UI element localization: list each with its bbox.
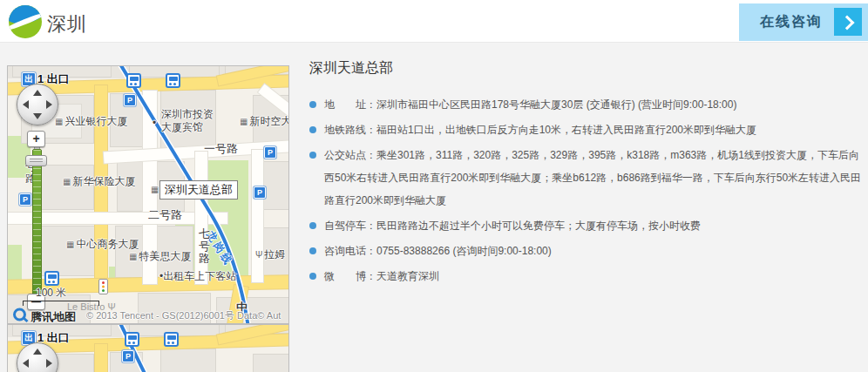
marker-tooltip-headquarters[interactable]: 深圳天道总部 — [159, 180, 238, 200]
poi-label-zhongxin: ▦中心商务大厦 — [66, 237, 139, 252]
tencent-map-brand[interactable]: 腾讯地图 — [31, 309, 76, 324]
tencent-map-logo-icon[interactable] — [11, 307, 29, 324]
road-label-one: 一号路 — [204, 141, 238, 157]
list-item-parking: 自驾停车：民田路路边不超过半个小时可以免费停车；大厦有停车场，按小时收费 — [309, 214, 862, 237]
building-icon: ▦ — [129, 252, 137, 261]
bus-stop-icon[interactable] — [166, 73, 180, 88]
building-icon: ▦ — [66, 240, 74, 249]
pan-right-arrow[interactable] — [46, 100, 52, 109]
city-title: 深圳 — [47, 11, 87, 37]
pan-right-arrow[interactable] — [46, 359, 52, 368]
bullet-icon — [309, 101, 316, 108]
map-pan-control[interactable] — [17, 84, 58, 125]
office-info-panel: 深圳天道总部 地 址：深圳市福田中心区民田路178号华融大厦30层 (交通银行)… — [309, 59, 862, 290]
bullet-icon — [309, 126, 316, 133]
zoom-slider-handle[interactable] — [25, 155, 47, 166]
pan-left-arrow[interactable] — [23, 359, 29, 368]
chevron-right-icon — [834, 8, 862, 36]
office-detail-list: 地 址：深圳市福田中心区民田路178号华融大厦30层 (交通银行) (营业时间9… — [309, 93, 862, 287]
list-item-bus: 公交站点：乘坐301路，311路，320路，325路，329路，395路，k31… — [309, 144, 862, 212]
poi-label-taxi: •出租车上下客站 — [159, 269, 236, 284]
road-label-two: 二号路 — [148, 207, 182, 223]
scale-bar — [23, 301, 99, 306]
bus-stop-icon[interactable] — [125, 332, 139, 347]
poi-label-xinshikong: ▦新时空大 — [240, 114, 289, 129]
list-item-address: 地 址：深圳市福田中心区民田路178号华融大厦30层 (交通银行) (营业时间9… — [309, 93, 862, 116]
pan-up-arrow[interactable] — [33, 348, 42, 355]
bullet-icon — [309, 273, 316, 280]
consult-button-label: 在线咨询 — [760, 13, 823, 31]
bullet-icon — [309, 222, 316, 229]
scale-label: 100 米 — [36, 286, 66, 301]
office-title: 深圳天道总部 — [309, 59, 862, 78]
building-icon: ▦ — [63, 177, 71, 186]
poi-label-temeisi: ▦特美思大厦 — [129, 249, 191, 264]
pan-left-arrow[interactable] — [23, 100, 29, 109]
restaurant-icon: Ψ — [255, 250, 262, 260]
parking-icon[interactable]: P — [122, 350, 134, 362]
parking-icon[interactable]: P — [19, 193, 31, 206]
parking-icon[interactable]: P — [124, 94, 136, 106]
poi-label-hotel: 深圳市投资大厦宾馆 — [161, 108, 214, 134]
list-item-phone: 咨询电话：0755-83888266 (咨询时间9:00-18:00) — [309, 240, 862, 262]
bullet-icon — [309, 247, 316, 254]
map-canvas-secondary[interactable]: 出 1 出口 P — [7, 324, 289, 372]
page-header: 深圳 在线咨询 — [0, 0, 868, 43]
traffic-light-icon — [98, 279, 108, 294]
site-logo-icon[interactable] — [9, 5, 42, 38]
zoom-in-button[interactable]: + — [27, 131, 45, 147]
list-item-metro: 地铁路线：福田站1口出，出地铁口后反方向走10米，右转进入民田路直行200米即到… — [309, 118, 862, 141]
zoom-slider-track[interactable] — [32, 149, 42, 299]
building-icon: ▦ — [240, 117, 248, 126]
online-consult-button[interactable]: 在线咨询 — [739, 3, 868, 41]
pan-up-arrow[interactable] — [33, 90, 42, 96]
building-icon: ▦ — [55, 117, 63, 126]
building-icon: ▦ — [151, 185, 159, 194]
bus-stop-icon[interactable] — [164, 332, 179, 347]
bullet-icon — [309, 152, 316, 159]
poi-label-xinhua: ▦新华保险大厦 — [63, 174, 135, 189]
bus-stop-icon[interactable] — [126, 73, 141, 88]
road-label-seven: 七号路 — [199, 228, 211, 265]
pan-down-arrow[interactable] — [33, 113, 42, 119]
bus-stop-icon[interactable] — [44, 271, 59, 286]
map-copyright: © 2013 Tencent - GS(2012)6001号 Data© Aut — [86, 309, 281, 322]
list-item-weibo: 微 博：天道教育深圳 — [309, 265, 862, 287]
parking-icon[interactable]: P — [254, 186, 266, 199]
map-canvas-headquarters[interactable]: 龙岗线 ▦兴业银行大厦 • 深圳市投资大厦宾馆 ▦新时空大 一号路 ▦新华保险大… — [7, 65, 289, 324]
poi-label-bank: ▦兴业银行大厦 — [55, 114, 127, 129]
poi-label-lamu: Ψ拉姆 — [255, 247, 285, 262]
poi-dot-icon: • — [153, 117, 156, 129]
parking-icon[interactable]: P — [264, 146, 276, 159]
